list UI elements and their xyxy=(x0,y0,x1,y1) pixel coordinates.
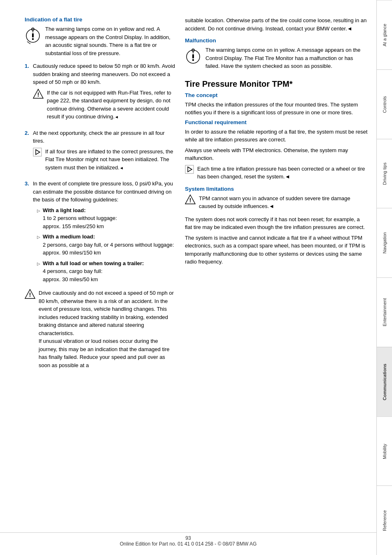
svg-rect-16 xyxy=(192,59,194,61)
sub-item-2-text: With a medium load: 2 persons, cargo bay… xyxy=(43,233,174,257)
tpm-heading: Tire Pressure Monitor TPM* xyxy=(185,79,368,89)
step-2-note-text: If all four tires are inflated to the co… xyxy=(45,148,177,172)
svg-marker-9 xyxy=(36,150,40,155)
warning-triangle-icon-2: ! xyxy=(25,289,35,372)
left-column: Indication of a flat tire xyxy=(25,16,177,539)
system-limitations-para1: The system does not work correctly if it… xyxy=(185,215,368,231)
sub-item-2: ▷ With a medium load: 2 persons, cargo b… xyxy=(37,233,177,257)
malfunction-icon-row: The warning lamps come on in yellow. A m… xyxy=(185,46,368,73)
svg-rect-4 xyxy=(32,38,34,40)
bullet-3: ▷ xyxy=(37,261,40,284)
sub-item-1: ▷ With a light load: 1 to 2 persons with… xyxy=(37,206,177,231)
sub-item-3: ▷ With a full load or when towing a trai… xyxy=(37,259,177,284)
step-2: 2. At the next opportunity, check the ai… xyxy=(25,129,177,177)
continued-text: suitable location. Otherwise parts of th… xyxy=(185,16,368,32)
system-limitations-warning-text: TPM cannot warn you in advance of sudden… xyxy=(199,194,368,210)
tpm-section: Tire Pressure Monitor TPM* The concept T… xyxy=(185,79,368,266)
arrow-right-icon-1 xyxy=(33,148,42,174)
step-1-text: Cautiously reduce speed to below 50 mph … xyxy=(33,62,177,86)
indication-section: Indication of a flat tire xyxy=(25,16,177,372)
malfunction-text: The warning lamps come on in yellow. A m… xyxy=(205,46,368,70)
step-2-note: If all four tires are inflated to the co… xyxy=(33,148,177,174)
sub-item-3-text: With a full load or when towing a traile… xyxy=(43,259,144,284)
warning-triangle-icon-1: ! xyxy=(33,89,44,123)
sidebar-item-reference[interactable]: Reference xyxy=(377,486,392,555)
step-2-num: 2. xyxy=(25,129,30,177)
functional-req-para2: Always use wheels with TPM electronics. … xyxy=(185,146,368,162)
functional-req-para1: In order to assure the reliable reportin… xyxy=(185,128,368,144)
bullet-1: ▷ xyxy=(37,208,40,231)
bottom-warning: ! Drive cautiously and do not exceed a s… xyxy=(25,289,177,372)
step-1-warning-text: If the car is not equipped with Run-Flat… xyxy=(47,89,177,121)
tire-pressure-icon xyxy=(25,26,41,45)
step-3-content: In the event of complete tire pressure l… xyxy=(33,180,177,286)
system-limitations-warning: ! TPM cannot warn you in advance of sudd… xyxy=(185,194,368,213)
svg-marker-18 xyxy=(188,167,192,172)
continued-block: suitable location. Otherwise parts of th… xyxy=(185,16,368,32)
step-2-text: At the next opportunity, check the air p… xyxy=(33,129,177,145)
footer-text: Online Edition for Part no. 01 41 0 014 … xyxy=(120,541,256,547)
sidebar-item-communications[interactable]: Communications xyxy=(377,347,392,416)
step-1-warning: ! If the car is not equipped with Run-Fl… xyxy=(33,89,177,123)
sidebar-item-controls[interactable]: Controls xyxy=(377,69,392,139)
sidebar-item-mobility[interactable]: Mobility xyxy=(377,416,392,486)
system-limitations-para2: The system is inactive and cannot indica… xyxy=(185,234,368,266)
svg-rect-3 xyxy=(32,33,34,37)
sidebar-item-at-a-glance[interactable]: At a glance xyxy=(377,0,392,69)
step-1-content: Cautiously reduce speed to below 50 mph … xyxy=(33,62,177,126)
system-limitations-heading: System limitations xyxy=(185,186,368,192)
step-3: 3. In the event of complete tire pressur… xyxy=(25,180,177,286)
step-3-num: 3. xyxy=(25,180,30,286)
sidebar-item-driving-tips[interactable]: Driving tips xyxy=(377,139,392,208)
malfunction-section: Malfunction The warning lamps come on in… xyxy=(185,37,368,73)
functional-req-note: Each time a tire inflation pressure has … xyxy=(185,165,368,183)
main-content: Indication of a flat tire xyxy=(0,0,376,555)
sub-list: ▷ With a light load: 1 to 2 persons with… xyxy=(37,206,177,284)
malfunction-heading: Malfunction xyxy=(185,37,368,44)
step-1: 1. Cautiously reduce speed to below 50 m… xyxy=(25,62,177,126)
svg-rect-15 xyxy=(192,54,194,58)
page-footer: 93 Online Edition for Part no. 01 41 0 0… xyxy=(0,532,376,547)
concept-heading: The concept xyxy=(185,92,368,98)
sidebar-item-navigation[interactable]: Navigation xyxy=(377,208,392,278)
sub-item-1-text: With a light load: 1 to 2 persons withou… xyxy=(43,206,117,231)
functional-req-heading: Functional requirement xyxy=(185,119,368,125)
arrow-right-icon-2 xyxy=(185,165,194,183)
tire-icon-intro: The warning lamps come on in yellow and … xyxy=(25,25,177,60)
functional-req-note-text: Each time a tire inflation pressure has … xyxy=(197,165,368,181)
malfunction-tire-icon xyxy=(185,47,201,66)
svg-text:!: ! xyxy=(37,91,39,98)
right-column: suitable location. Otherwise parts of th… xyxy=(185,16,368,539)
sidebar-item-entertainment[interactable]: Entertainment xyxy=(377,278,392,347)
bullet-2: ▷ xyxy=(37,234,40,257)
bottom-warning-text: Drive cautiously and do not exceed a spe… xyxy=(39,289,177,369)
concept-text: TPM checks the inflation pressures of th… xyxy=(185,101,368,117)
svg-text:!: ! xyxy=(189,197,191,204)
steps-list: 1. Cautiously reduce speed to below 50 m… xyxy=(25,62,177,286)
page-number: 93 xyxy=(185,535,191,541)
step-1-num: 1. xyxy=(25,62,30,126)
step-3-text: In the event of complete tire pressure l… xyxy=(33,180,177,204)
warning-triangle-icon-3: ! xyxy=(185,194,196,213)
sidebar: At a glance Controls Driving tips Naviga… xyxy=(376,0,392,555)
svg-text:!: ! xyxy=(29,291,31,298)
intro-text: The warning lamps come on in yellow and … xyxy=(45,25,177,57)
indication-heading: Indication of a flat tire xyxy=(25,16,177,23)
step-2-content: At the next opportunity, check the air p… xyxy=(33,129,177,177)
page-container: Indication of a flat tire xyxy=(0,0,392,555)
